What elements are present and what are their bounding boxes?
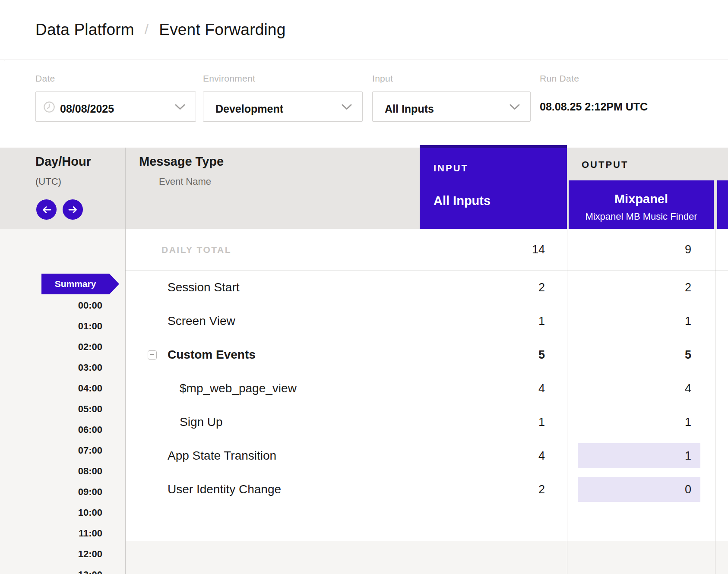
output-group-label: OUTPUT — [582, 159, 628, 170]
cell-input-value: 4 — [125, 439, 545, 473]
hour-label[interactable]: 12:00 — [0, 544, 102, 565]
environment-value: Development — [215, 92, 283, 126]
table-row-session-start: Session Start 2 2 — [125, 271, 728, 304]
summary-badge[interactable]: Summary — [41, 274, 119, 294]
output-column-header-mixpanel[interactable]: Mixpanel Mixpanel MB Music Finder — [569, 180, 714, 229]
table-row-mp-web-page-view: $mp_web_page_view 4 4 — [125, 372, 728, 405]
day-hour-timezone: (UTC) — [35, 176, 61, 187]
hour-label[interactable]: 06:00 — [0, 419, 102, 440]
arrow-left-icon — [41, 205, 52, 214]
date-filter-label: Date — [35, 73, 55, 84]
cell-output-value: 1 — [578, 439, 700, 473]
hour-label[interactable]: 05:00 — [0, 399, 102, 419]
cell-output-value: 0 — [578, 473, 700, 506]
chevron-down-icon — [175, 104, 185, 110]
breadcrumb-item-data-platform[interactable]: Data Platform — [35, 21, 134, 39]
hour-label[interactable]: 11:00 — [0, 523, 102, 544]
hour-label[interactable]: 03:00 — [0, 357, 102, 378]
table-row-sign-up: Sign Up 1 1 — [125, 405, 728, 439]
chevron-down-icon — [342, 104, 352, 110]
input-column-header[interactable]: INPUT All Inputs — [420, 145, 567, 229]
chevron-down-icon — [510, 104, 520, 110]
hour-label[interactable]: 01:00 — [0, 316, 102, 337]
run-date-label: Run Date — [540, 73, 579, 84]
environment-filter-label: Environment — [203, 73, 255, 84]
cell-output-value: 5 — [578, 338, 700, 372]
run-date-value: 08.08.25 2:12PM UTC — [540, 91, 648, 122]
output-column-header-partial[interactable] — [717, 180, 728, 229]
breadcrumb: Data Platform / Event Forwarding — [0, 0, 728, 60]
filter-bar: Date 08/08/2025 Environment Development … — [0, 60, 728, 148]
cell-output-value: 4 — [578, 372, 700, 405]
cell-input-value: 5 — [125, 338, 545, 372]
output-column-subtitle: Mixpanel MB Music Finder — [569, 211, 714, 222]
cell-output-value: 1 — [578, 304, 700, 338]
hour-label[interactable]: 00:00 — [0, 295, 102, 316]
breadcrumb-separator: / — [145, 21, 149, 38]
hour-label[interactable]: 13:00 — [0, 565, 102, 574]
cell-input-value: 1 — [125, 405, 545, 439]
breadcrumb-item-event-forwarding[interactable]: Event Forwarding — [159, 21, 285, 39]
date-value: 08/08/2025 — [60, 92, 114, 126]
cell-output-value: 1 — [578, 405, 700, 439]
hour-label[interactable]: 04:00 — [0, 378, 102, 399]
output-column-title: Mixpanel — [569, 192, 714, 206]
previous-day-button[interactable] — [36, 199, 57, 220]
arrow-right-icon — [68, 205, 78, 214]
cell-input-value: 2 — [125, 473, 545, 506]
message-type-header: Message Type — [139, 155, 224, 169]
table-row-app-state-transition: App State Transition 4 1 — [125, 439, 728, 473]
input-value: All Inputs — [385, 92, 434, 126]
table-row-user-identity-change: User Identity Change 2 0 — [125, 473, 728, 506]
environment-dropdown[interactable]: Development — [203, 91, 363, 122]
cell-input-value: 4 — [125, 372, 545, 405]
day-hour-header: Day/Hour — [35, 155, 91, 169]
event-forwarding-page: Data Platform / Event Forwarding Date 08… — [0, 0, 728, 574]
date-dropdown[interactable]: 08/08/2025 — [35, 91, 196, 122]
table-footer-area — [125, 541, 728, 574]
daily-total-row: DAILY TOTAL 14 9 — [125, 229, 728, 271]
hour-label[interactable]: 09:00 — [0, 482, 102, 502]
hour-label[interactable]: 10:00 — [0, 502, 102, 523]
table-row-screen-view: Screen View 1 1 — [125, 304, 728, 338]
input-filter-label: Input — [372, 73, 393, 84]
cell-input-value: 2 — [125, 271, 545, 304]
next-day-button[interactable] — [63, 199, 83, 220]
input-dropdown[interactable]: All Inputs — [372, 91, 531, 122]
hour-label[interactable]: 02:00 — [0, 337, 102, 357]
input-column-title: All Inputs — [434, 194, 491, 208]
cell-output-value: 2 — [578, 271, 700, 304]
hour-label[interactable]: 08:00 — [0, 461, 102, 482]
clock-icon — [43, 101, 55, 113]
input-group-label: INPUT — [434, 163, 468, 174]
hour-label[interactable]: 07:00 — [0, 440, 102, 461]
summary-label: Summary — [41, 274, 109, 294]
daily-total-output-value: 9 — [578, 229, 700, 271]
event-name-subheader: Event Name — [159, 176, 211, 187]
table-row-custom-events: Custom Events 5 5 — [125, 338, 728, 372]
cell-input-value: 1 — [125, 304, 545, 338]
daily-total-input-value: 14 — [125, 229, 545, 271]
